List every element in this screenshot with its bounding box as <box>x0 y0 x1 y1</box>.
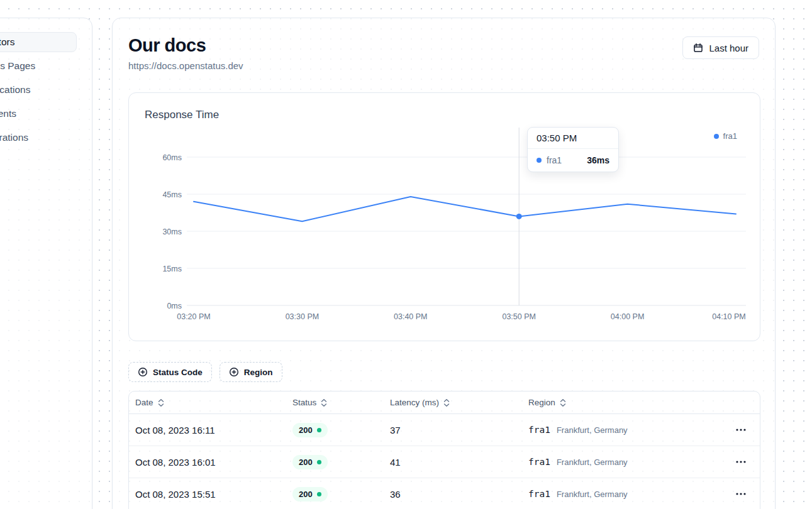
chart-legend: fra1 <box>714 131 737 141</box>
response-time-chart[interactable]: 0ms15ms30ms45ms60ms03:20 PM03:30 PM03:40… <box>129 93 760 341</box>
region-code: fra1 <box>528 425 550 435</box>
legend-series-dot <box>714 134 719 139</box>
ellipsis-icon <box>736 429 746 431</box>
column-header-date[interactable]: Date <box>129 398 286 407</box>
ping-date: Oct 08, 2023 15:51 <box>129 489 286 500</box>
svg-text:03:30 PM: 03:30 PM <box>286 312 320 321</box>
ellipsis-icon <box>736 493 746 495</box>
sidebar-item-label: Monitors <box>0 36 14 48</box>
column-header-latency[interactable]: Latency (ms) <box>384 398 522 407</box>
panel-header: Our docs https://docs.openstatus.dev Las… <box>128 34 759 71</box>
add-status-code-filter-button[interactable]: Status Code <box>128 362 212 382</box>
pings-table: Date Status Latency (ms) Region Oct 08, … <box>128 391 760 509</box>
ping-date: Oct 08, 2023 16:11 <box>129 425 286 435</box>
status-dot <box>317 460 321 464</box>
plus-circle-icon <box>138 367 148 377</box>
chevron-up-down-icon <box>443 398 450 407</box>
sidebar-item-status-pages[interactable]: Status Pages <box>0 56 77 76</box>
tooltip-time: 03:50 PM <box>528 128 618 149</box>
table-row: Oct 08, 2023 16:11 200 37 fra1 Frankfurt… <box>129 414 760 446</box>
sidebar-item-label: Status Pages <box>0 60 35 72</box>
tooltip-series-dot <box>537 158 542 163</box>
sidebar-item-integrations[interactable]: Integrations <box>0 128 77 148</box>
chevron-up-down-icon <box>559 398 567 407</box>
svg-text:45ms: 45ms <box>162 190 182 199</box>
status-dot <box>317 492 321 496</box>
page-title: Our docs <box>128 35 243 55</box>
table-header-row: Date Status Latency (ms) Region <box>129 391 760 414</box>
status-badge: 200 <box>292 487 328 501</box>
date-range-label: Last hour <box>709 43 748 53</box>
calendar-icon <box>693 43 703 53</box>
region-code: fra1 <box>528 457 550 467</box>
sidebar-item-monitors[interactable]: Monitors <box>0 32 77 52</box>
filter-row: Status Code Region <box>128 362 759 382</box>
table-row: Oct 08, 2023 15:51 200 36 fra1 Frankfurt… <box>129 478 760 509</box>
svg-text:03:40 PM: 03:40 PM <box>394 312 428 321</box>
ellipsis-icon <box>736 461 746 463</box>
chevron-up-down-icon <box>320 398 328 407</box>
svg-text:04:00 PM: 04:00 PM <box>611 312 645 321</box>
region-name: Frankfurt, Germany <box>557 457 628 467</box>
sidebar-item-label: Integrations <box>0 132 28 143</box>
monitor-url: https://docs.openstatus.dev <box>128 60 243 71</box>
status-dot <box>317 428 321 432</box>
add-region-filter-button[interactable]: Region <box>220 362 282 382</box>
tooltip-series-name: fra1 <box>547 155 562 165</box>
svg-text:60ms: 60ms <box>162 153 182 162</box>
sidebar-item-notifications[interactable]: Notifications <box>0 80 77 100</box>
row-actions-button[interactable] <box>733 426 748 434</box>
svg-text:03:20 PM: 03:20 PM <box>177 312 211 321</box>
sidebar-nav: Monitors Status Pages Notifications Inci… <box>0 18 92 148</box>
date-range-button[interactable]: Last hour <box>682 36 759 59</box>
table-body: Oct 08, 2023 16:11 200 37 fra1 Frankfurt… <box>129 414 760 509</box>
sidebar-item-incidents[interactable]: Incidents <box>0 104 77 124</box>
ping-latency: 37 <box>384 425 522 435</box>
ping-date: Oct 08, 2023 16:01 <box>129 457 286 468</box>
region-name: Frankfurt, Germany <box>557 490 628 499</box>
svg-text:04:10 PM: 04:10 PM <box>712 312 746 321</box>
row-actions-button[interactable] <box>733 458 748 466</box>
status-badge: 200 <box>292 455 328 469</box>
column-header-status[interactable]: Status <box>286 398 384 407</box>
tooltip-row: fra1 36ms <box>528 149 618 172</box>
sidebar: Monitors Status Pages Notifications Inci… <box>0 18 92 509</box>
svg-text:03:50 PM: 03:50 PM <box>502 312 536 321</box>
sidebar-item-label: Notifications <box>0 84 30 96</box>
status-code-filter-label: Status Code <box>153 368 203 377</box>
svg-text:0ms: 0ms <box>167 302 182 310</box>
response-time-card: Response Time 0ms15ms30ms45ms60ms03:20 P… <box>128 92 760 341</box>
column-header-region[interactable]: Region <box>522 398 728 407</box>
region-filter-label: Region <box>244 368 273 377</box>
region-name: Frankfurt, Germany <box>557 425 628 435</box>
plus-circle-icon <box>229 367 239 377</box>
svg-text:30ms: 30ms <box>162 227 182 236</box>
chevron-up-down-icon <box>157 398 165 407</box>
region-code: fra1 <box>528 489 550 499</box>
row-actions-button[interactable] <box>733 490 748 498</box>
ping-latency: 41 <box>384 457 522 468</box>
status-badge: 200 <box>292 423 328 437</box>
sidebar-item-label: Incidents <box>0 108 16 119</box>
tooltip-series-value: 36ms <box>587 155 609 165</box>
legend-series-label: fra1 <box>723 131 737 141</box>
chart-tooltip: 03:50 PM fra1 36ms <box>527 127 619 172</box>
svg-text:15ms: 15ms <box>162 265 182 273</box>
ping-latency: 36 <box>384 489 522 500</box>
table-row: Oct 08, 2023 16:01 200 41 fra1 Frankfurt… <box>129 446 760 478</box>
monitor-detail-panel: Our docs https://docs.openstatus.dev Las… <box>112 18 776 509</box>
